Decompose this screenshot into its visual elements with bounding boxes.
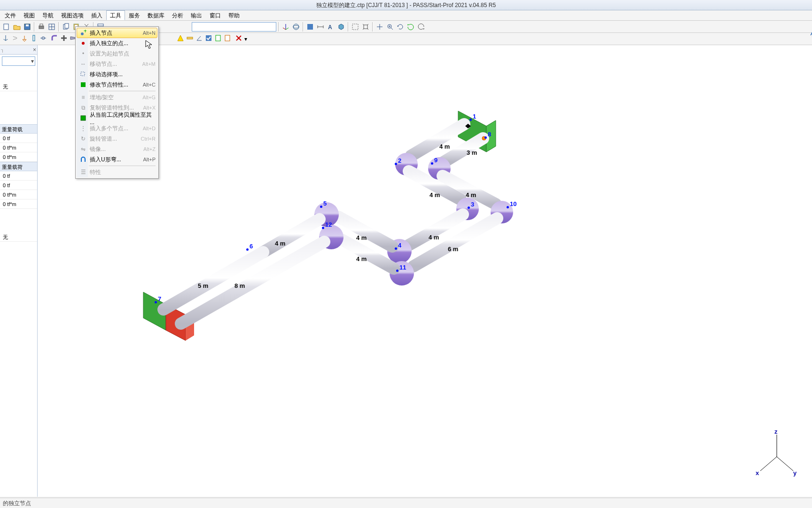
menu-viewopt[interactable]: 视图选项: [57, 10, 87, 20]
pin-icon[interactable]: ×: [33, 47, 36, 53]
tool2-tee-icon[interactable]: [60, 34, 68, 43]
mirror-icon: ⇋: [78, 145, 88, 153]
tool-reload-icon[interactable]: [416, 22, 426, 32]
side-val-none2: 无: [0, 232, 37, 242]
dimension-label: 4 m: [439, 143, 450, 150]
menu-modify-props[interactable]: 修改节点特性... Alt+C: [77, 79, 157, 90]
tool-refresh-icon[interactable]: [406, 22, 415, 32]
node-dot[interactable]: [431, 162, 433, 165]
menu-insert-independent[interactable]: 插入独立的点...: [77, 38, 157, 48]
side-val[interactable]: 0 tf: [0, 171, 37, 181]
side-val[interactable]: 0 tf*m: [0, 152, 37, 162]
svg-rect-4: [40, 24, 43, 26]
tool-zoomin-icon[interactable]: [385, 22, 395, 32]
menu-view[interactable]: 视图: [20, 10, 39, 20]
tool-rotate-icon[interactable]: [396, 22, 405, 32]
tool2-spring-icon[interactable]: [11, 34, 19, 43]
node-dot[interactable]: [322, 227, 324, 229]
svg-line-20: [283, 28, 286, 30]
tool-dim-icon[interactable]: [316, 22, 325, 32]
menu-analysis[interactable]: 分析: [168, 10, 187, 20]
dimension-label: 4 m: [429, 191, 440, 198]
tool-zoomfit-icon[interactable]: [361, 22, 370, 32]
side-val[interactable]: 0 tf*m: [0, 199, 37, 209]
node-dot[interactable]: [155, 301, 157, 303]
tool-text-icon[interactable]: A: [326, 22, 336, 32]
dimension-label: 5 m: [198, 282, 208, 289]
tool2-delete-more-icon[interactable]: ▾: [244, 36, 247, 42]
menu-nav[interactable]: 导航: [39, 10, 57, 20]
menu-move-selection[interactable]: 移动选择项...: [77, 69, 157, 79]
menu-insert-multi: ⋮ 插入多个节点... Alt+D: [77, 123, 157, 134]
tool2-guide-icon[interactable]: [30, 34, 38, 43]
tool2-delete-icon[interactable]: [235, 34, 242, 43]
tool2-measure-icon[interactable]: [186, 34, 194, 43]
ubend-icon: [78, 156, 88, 163]
tool-copy-icon[interactable]: [61, 22, 70, 32]
node-dot[interactable]: [469, 119, 472, 121]
menu-service[interactable]: 服务: [125, 10, 144, 20]
menu-insert-node[interactable]: + 插入节点 Alt+N: [77, 28, 157, 38]
node-dot[interactable]: [484, 136, 487, 139]
tool-zoomwin-icon[interactable]: [351, 22, 360, 32]
node-label: 3: [471, 201, 474, 208]
tool2-angle-icon[interactable]: [195, 34, 203, 43]
menu-insert-ubend[interactable]: 插入U形弯... Alt+P: [77, 154, 157, 165]
tool-grid-icon[interactable]: [47, 22, 56, 32]
menu-output[interactable]: 输出: [187, 10, 206, 20]
node-label: 1: [473, 113, 476, 120]
tool-axes-icon[interactable]: [281, 22, 290, 32]
menu-db[interactable]: 数据库: [144, 10, 168, 20]
svg-line-71: [760, 457, 777, 471]
side-val-none: 无: [0, 82, 37, 91]
tool2-check-icon[interactable]: [205, 34, 212, 43]
tool-highlight-icon[interactable]: [305, 22, 315, 32]
tool-new-icon[interactable]: [2, 22, 11, 32]
tool2-anchor-icon[interactable]: [2, 34, 9, 43]
dimension-label: 4 m: [429, 234, 439, 241]
menu-file[interactable]: 文件: [1, 10, 20, 20]
properties-icon: ☰: [78, 168, 88, 176]
svg-rect-24: [307, 24, 313, 30]
menu-bury: ≡ 埋地/架空 Alt+G: [77, 92, 157, 103]
side-val[interactable]: 0 tf: [0, 181, 37, 190]
side-section-weight1: 重量荷载: [0, 124, 37, 134]
tool-save-icon[interactable]: [23, 22, 32, 32]
menu-paste-props[interactable]: 从当前工况拷贝属性至其 ...: [77, 113, 157, 123]
node-dot[interactable]: [246, 248, 249, 251]
node-dot[interactable]: [507, 206, 509, 208]
svg-rect-49: [206, 35, 211, 41]
tool-print-icon[interactable]: [37, 22, 46, 32]
menu-insert[interactable]: 插入: [87, 10, 106, 20]
node-label: 2: [398, 157, 401, 164]
node-label: 6: [250, 243, 253, 250]
tool2-warn-icon[interactable]: [177, 34, 184, 43]
tool2-bend-icon[interactable]: [51, 34, 58, 43]
axis-x-label: x: [756, 469, 759, 476]
node-dot[interactable]: [320, 206, 322, 208]
toolbar-combo[interactable]: [192, 22, 276, 32]
tool2-restraint-icon[interactable]: [39, 34, 47, 43]
side-combo-1[interactable]: [2, 56, 35, 66]
side-val[interactable]: 0 tf: [0, 134, 37, 143]
copy-pipe-icon: ⧉: [78, 104, 88, 111]
tool-pan-icon[interactable]: [375, 22, 384, 32]
svg-rect-41: [33, 35, 35, 41]
tool-cube-icon[interactable]: [336, 22, 346, 32]
tool-globe-icon[interactable]: [291, 22, 301, 32]
menu-window[interactable]: 窗口: [206, 10, 225, 20]
side-val[interactable]: 0 tf*m: [0, 190, 37, 199]
tools-dropdown: + 插入节点 Alt+N 插入独立的点... • 设置为起始节点 ↔ 移动节点.…: [75, 26, 159, 179]
node-dot[interactable]: [395, 247, 397, 250]
side-val[interactable]: 0 tf*m: [0, 143, 37, 152]
node-dot[interactable]: [396, 270, 398, 272]
tool2-report-icon[interactable]: [214, 34, 222, 43]
menu-help[interactable]: 帮助: [225, 10, 243, 20]
node-dot[interactable]: [468, 206, 470, 209]
dimension-label: 6 m: [448, 246, 458, 253]
tool2-export-icon[interactable]: [224, 34, 231, 43]
node-dot[interactable]: [395, 163, 397, 165]
tool2-support-icon[interactable]: [21, 34, 28, 43]
tool-open-icon[interactable]: [12, 22, 22, 32]
menu-tools[interactable]: 工具: [106, 10, 125, 20]
